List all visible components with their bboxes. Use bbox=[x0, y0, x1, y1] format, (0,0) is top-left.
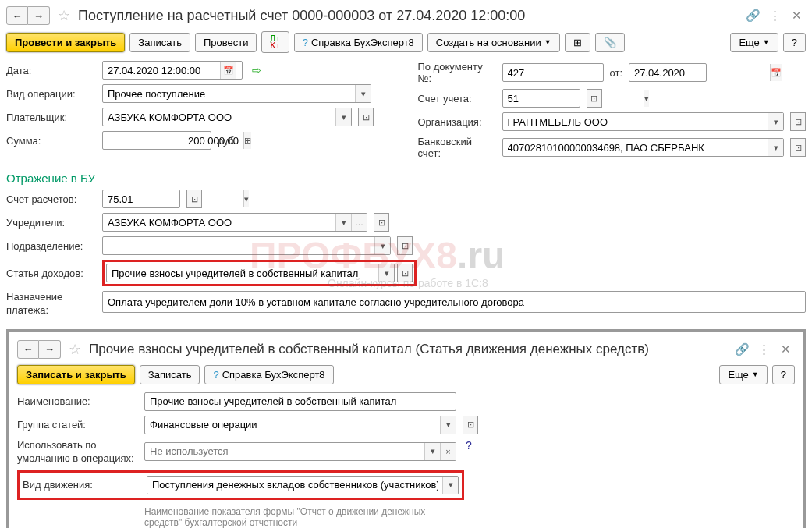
dropdown-icon[interactable]: ▾ bbox=[355, 85, 371, 102]
post-button[interactable]: Провести bbox=[195, 33, 257, 52]
close-icon[interactable]: ✕ bbox=[787, 6, 806, 25]
sub-forward-button[interactable]: → bbox=[39, 340, 61, 359]
calendar-icon[interactable]: 📅 bbox=[220, 62, 236, 79]
sub-default-use-label: Использовать по умолчанию в операциях: bbox=[17, 439, 138, 466]
help-question-icon[interactable]: ? bbox=[466, 439, 472, 452]
date-label: Дата: bbox=[6, 65, 96, 76]
org-input[interactable] bbox=[503, 113, 768, 130]
dropdown-icon[interactable]: ▾ bbox=[442, 477, 458, 494]
create-based-button[interactable]: Создать на основании ▼ bbox=[427, 33, 560, 52]
founders-label: Учредители: bbox=[6, 217, 96, 229]
forward-button[interactable]: → bbox=[28, 6, 50, 25]
green-arrow-icon[interactable]: ⇨ bbox=[252, 64, 261, 76]
sub-name-label: Наименование: bbox=[17, 395, 138, 407]
settle-account-label: Счет расчетов: bbox=[6, 193, 96, 205]
doc-num-label: По документу №: bbox=[418, 61, 496, 84]
registry-icon-button[interactable]: ⊞ bbox=[565, 33, 590, 52]
sub-group-input[interactable] bbox=[145, 416, 440, 434]
dropdown-icon[interactable]: ▾ bbox=[440, 416, 456, 434]
sub-movement-hint: Наименование показателя формы "Отчет о д… bbox=[144, 506, 456, 528]
link-icon[interactable]: 🔗 bbox=[743, 6, 762, 25]
dropdown-icon[interactable]: ▾ bbox=[378, 264, 394, 282]
sub-save-close-button[interactable]: Записать и закрыть bbox=[17, 365, 135, 384]
help-button[interactable]: ? bbox=[783, 33, 806, 52]
open-icon[interactable]: ⊡ bbox=[587, 89, 602, 108]
save-button[interactable]: Записать bbox=[129, 33, 190, 52]
open-icon[interactable]: ⊡ bbox=[397, 264, 413, 282]
sub-movement-input[interactable] bbox=[147, 477, 442, 494]
division-label: Подразделение: bbox=[6, 240, 96, 252]
attachment-icon-button[interactable]: 📎 bbox=[595, 33, 625, 52]
income-label: Статья доходов: bbox=[6, 268, 96, 279]
dropdown-icon[interactable]: ▾ bbox=[768, 113, 783, 130]
dropdown-icon[interactable]: ▾ bbox=[374, 237, 390, 254]
open-icon[interactable]: ⊡ bbox=[397, 236, 413, 255]
dropdown-icon[interactable]: ▾ bbox=[424, 443, 440, 460]
dropdown-icon[interactable]: ▾ bbox=[335, 214, 351, 231]
sub-window-title: Прочие взносы учредителей в собственный … bbox=[89, 342, 729, 357]
payer-input[interactable] bbox=[103, 108, 335, 126]
favorite-star-icon[interactable]: ☆ bbox=[58, 7, 70, 24]
org-label: Организация: bbox=[418, 116, 496, 128]
ellipsis-icon[interactable]: … bbox=[351, 214, 367, 231]
doc-from-input[interactable] bbox=[629, 64, 770, 81]
founders-input[interactable] bbox=[103, 214, 335, 231]
dt-kt-button[interactable]: ДтКт bbox=[261, 31, 289, 53]
settle-account-input[interactable] bbox=[103, 190, 243, 207]
clear-icon[interactable]: × bbox=[440, 443, 456, 460]
doc-from-label: от: bbox=[610, 67, 623, 79]
purpose-input[interactable] bbox=[103, 292, 805, 312]
payer-label: Плательщик: bbox=[6, 112, 96, 123]
calendar-icon[interactable]: 📅 bbox=[770, 64, 782, 81]
sum-label: Сумма: bbox=[6, 135, 96, 147]
bank-account-input[interactable] bbox=[503, 139, 768, 156]
bu-section-title: Отражение в БУ bbox=[6, 172, 806, 185]
bank-account-label: Банковский счет: bbox=[418, 136, 496, 159]
dropdown-icon[interactable]: ▾ bbox=[335, 108, 351, 126]
window-title: Поступление на расчетный счет 0000-00000… bbox=[78, 8, 740, 24]
sub-save-button[interactable]: Записать bbox=[140, 365, 200, 384]
sub-close-icon[interactable]: ✕ bbox=[776, 340, 795, 359]
open-icon[interactable]: ⊡ bbox=[463, 416, 478, 434]
post-and-close-button[interactable]: Провести и закрыть bbox=[6, 33, 125, 52]
purpose-label: Назначение платежа: bbox=[6, 291, 96, 317]
sub-favorite-star-icon[interactable]: ☆ bbox=[69, 341, 81, 358]
sub-more-button[interactable]: Еще ▼ bbox=[719, 365, 767, 384]
open-icon[interactable]: ⊡ bbox=[186, 190, 202, 208]
sub-link-icon[interactable]: 🔗 bbox=[732, 340, 751, 359]
account-label: Счет учета: bbox=[418, 93, 496, 105]
account-input[interactable] bbox=[503, 90, 644, 107]
calculator-icon[interactable]: ⊞ bbox=[243, 132, 251, 149]
dropdown-icon[interactable]: ▾ bbox=[243, 190, 249, 207]
op-type-input[interactable] bbox=[103, 85, 355, 102]
dropdown-icon[interactable]: ▾ bbox=[768, 139, 783, 156]
op-type-label: Вид операции: bbox=[6, 88, 96, 100]
sub-movement-label: Вид движения: bbox=[23, 479, 140, 491]
help-ref-button[interactable]: ? Справка БухЭксперт8 bbox=[294, 33, 423, 52]
sub-group-label: Группа статей: bbox=[17, 419, 138, 431]
dropdown-icon[interactable]: ▾ bbox=[644, 90, 649, 107]
income-input[interactable] bbox=[107, 264, 378, 282]
sub-help-ref-button[interactable]: ? Справка БухЭксперт8 bbox=[204, 365, 333, 384]
open-icon[interactable]: ⊡ bbox=[358, 108, 374, 126]
date-input[interactable] bbox=[103, 62, 220, 79]
division-input[interactable] bbox=[103, 237, 374, 254]
open-icon[interactable]: ⊡ bbox=[790, 112, 806, 131]
sub-name-input[interactable] bbox=[145, 393, 456, 410]
sub-default-use-input[interactable] bbox=[145, 443, 424, 460]
back-button[interactable]: ← bbox=[6, 6, 28, 25]
sub-back-button[interactable]: ← bbox=[17, 340, 39, 359]
kebab-menu-icon[interactable]: ⋮ bbox=[765, 6, 784, 25]
movement-highlight: Вид движения: ▾ bbox=[17, 470, 464, 500]
open-icon[interactable]: ⊡ bbox=[374, 213, 389, 232]
currency-label: руб. bbox=[218, 135, 237, 147]
sub-help-button[interactable]: ? bbox=[772, 365, 795, 384]
more-button[interactable]: Еще ▼ bbox=[730, 33, 778, 52]
sub-kebab-menu-icon[interactable]: ⋮ bbox=[754, 340, 773, 359]
open-icon[interactable]: ⊡ bbox=[790, 138, 806, 157]
income-highlight: ▾ ⊡ bbox=[102, 260, 417, 286]
